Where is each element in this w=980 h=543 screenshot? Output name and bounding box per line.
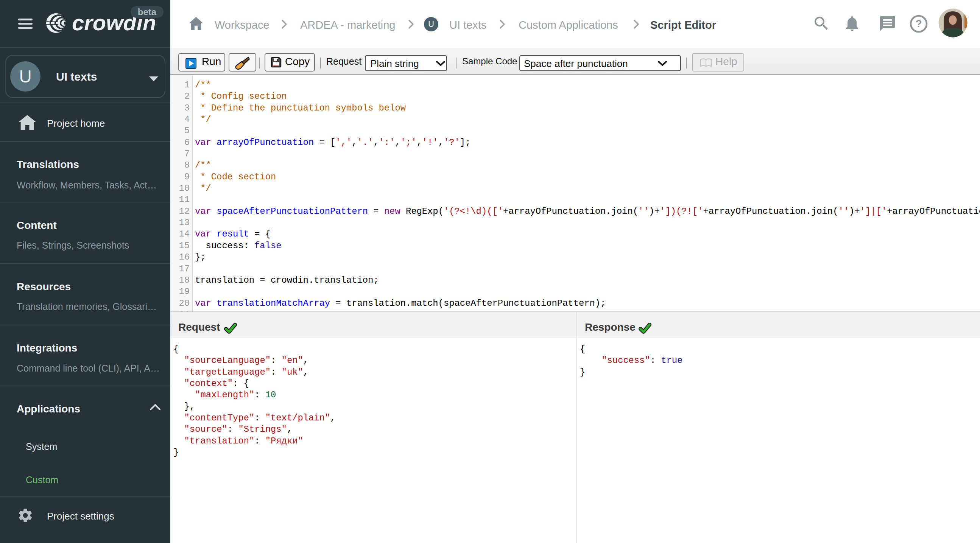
svg-text:?: ? — [915, 18, 922, 30]
